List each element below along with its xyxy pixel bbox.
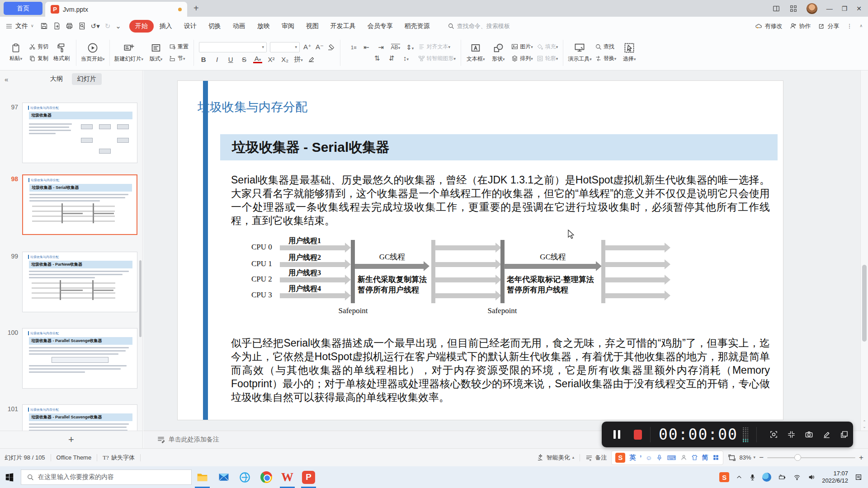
tray-volume-icon[interactable] (807, 474, 816, 481)
vertical-scrollbar[interactable]: ⌃⌄ (860, 70, 868, 431)
highlight-icon[interactable] (307, 56, 315, 63)
decrease-indent-button[interactable]: ⇤ (362, 43, 371, 52)
tray-microphone-icon[interactable] (749, 474, 756, 481)
minimize-button[interactable]: — (826, 5, 833, 12)
tab-home[interactable]: 开始 (129, 20, 154, 33)
ime-keyboard-icon[interactable]: ⌨ (667, 454, 676, 461)
pause-recording-button[interactable] (613, 430, 620, 439)
select-button[interactable]: 选择▾ (618, 42, 641, 63)
print-preview-icon[interactable] (78, 22, 86, 30)
command-search[interactable]: 查找命令、搜索模板 (448, 22, 510, 30)
current-slide[interactable]: 垃圾收集与内存分配 垃圾收集器 - Serial收集器 Serial收集器是最基… (177, 80, 783, 420)
convert-smartart-button[interactable]: 转智能图形▾ (418, 55, 456, 62)
font-color-button[interactable]: A▾ (253, 56, 262, 63)
camera-icon[interactable] (805, 429, 813, 440)
vertical-spacing-button[interactable]: ↕▾ (401, 54, 410, 62)
undo-button[interactable]: ↺▾ (91, 22, 100, 30)
presentation-tools-button[interactable]: 演示工具▾ (566, 42, 593, 63)
tab-member[interactable]: 会员专享 (362, 20, 399, 33)
ime-punctuation-icon[interactable]: ’ (640, 454, 642, 461)
zoom-slider[interactable] (767, 457, 855, 458)
taskbar-wps-writer[interactable]: W (277, 466, 298, 488)
picture-button[interactable]: 图片▾ (511, 43, 533, 51)
font-size-select[interactable]: ▾ (270, 42, 300, 52)
start-button[interactable] (5, 472, 14, 482)
paste-button[interactable]: 粘贴▾ (5, 43, 27, 62)
new-slide-button[interactable]: 新建幻灯片▾ (113, 42, 145, 63)
ime-language-toggle[interactable]: 英 (629, 454, 636, 462)
text-direction-button[interactable]: AB▾ (391, 44, 400, 51)
zoom-slider-handle[interactable] (794, 454, 801, 461)
strikethrough-button[interactable]: S (240, 56, 249, 63)
superscript-button[interactable]: X² (267, 56, 276, 63)
apps-grid-icon[interactable] (789, 5, 797, 13)
tab-design[interactable]: 设计 (178, 20, 203, 33)
decrease-font-button[interactable]: A⁻ (315, 43, 324, 51)
line-spacing-button[interactable]: ⇕▾ (406, 43, 415, 52)
underline-button[interactable]: U (226, 56, 235, 63)
clear-format-icon[interactable] (327, 43, 335, 51)
fill-button[interactable]: 填充▾ (537, 43, 558, 51)
redo-button[interactable]: ↻ (105, 22, 111, 30)
tab-insert[interactable]: 插入 (154, 20, 178, 33)
tray-network-app-icon[interactable] (762, 473, 771, 482)
home-tab[interactable]: 首页 (4, 2, 42, 15)
play-from-current-button[interactable]: 当页开始▾ (80, 42, 106, 63)
collaborate-button[interactable]: 协作 (789, 22, 811, 30)
theme-name[interactable]: Office Theme (57, 454, 92, 461)
maximize-button[interactable]: ❐ (842, 5, 848, 12)
zoom-out-button[interactable]: − (759, 453, 764, 462)
taskbar-ie[interactable] (234, 466, 255, 488)
para-spacing-up-button[interactable]: ⇅ (373, 54, 382, 62)
user-avatar[interactable] (807, 3, 817, 14)
tray-clock[interactable]: 17:07 2022/6/12 (822, 470, 848, 484)
tab-review[interactable]: 审阅 (276, 20, 300, 33)
italic-button[interactable]: I (212, 56, 222, 63)
layout-button[interactable]: 版式▾ (145, 42, 167, 63)
save-icon[interactable] (40, 22, 48, 30)
shapes-button[interactable]: 形状▾ (487, 42, 509, 63)
windows-layers-icon[interactable] (840, 429, 849, 440)
minimize-toolbar-icon[interactable] (787, 429, 796, 440)
reset-button[interactable]: 重置 (169, 43, 189, 51)
taskbar-file-explorer[interactable] (192, 466, 213, 488)
find-button[interactable]: 查找 (595, 43, 617, 51)
more-menu-icon[interactable]: ⋮ (846, 23, 852, 29)
font-family-select[interactable]: ▾ (199, 42, 267, 52)
tray-wifi-icon[interactable] (793, 474, 801, 481)
modified-status[interactable]: 有修改 (755, 22, 782, 30)
close-button[interactable]: ✕ (856, 5, 862, 12)
ime-skin-icon[interactable] (691, 454, 698, 461)
tab-view[interactable]: 视图 (300, 20, 325, 33)
taskbar-mail[interactable] (213, 466, 234, 488)
ime-simplified-toggle[interactable]: 简 (702, 454, 708, 462)
increase-indent-button[interactable]: ⇥ (377, 43, 386, 52)
ime-voice-icon[interactable] (656, 454, 663, 461)
increase-font-button[interactable]: A⁺ (303, 43, 312, 51)
taskbar-chrome[interactable] (255, 466, 277, 488)
zoom-in-button[interactable]: + (859, 453, 863, 462)
align-text-button[interactable]: 对齐文本▾ (418, 43, 456, 51)
tab-resources[interactable]: 稻壳资源 (399, 20, 436, 33)
format-painter-button[interactable]: 格式刷 (50, 43, 73, 62)
ime-toolbox-icon[interactable] (712, 454, 719, 461)
split-window-icon[interactable] (772, 5, 780, 13)
missing-font-warning[interactable]: T? 缺失字体 (103, 454, 135, 462)
notification-center-icon[interactable] (854, 473, 863, 481)
subscript-button[interactable]: X₂ (280, 56, 289, 63)
add-slide-button[interactable]: + (68, 434, 74, 446)
para-spacing-down-button[interactable]: ⇵ (387, 54, 396, 62)
phonetic-guide-button[interactable]: 拼▾ (294, 55, 303, 64)
scroll-thumb[interactable] (862, 265, 867, 342)
fit-slide-icon[interactable] (728, 454, 736, 462)
file-menu[interactable]: 文件∨ (5, 22, 34, 30)
taskbar-wps-presentation[interactable]: P (298, 466, 319, 488)
outline-button[interactable]: 轮廓▾ (537, 55, 558, 62)
arrange-button[interactable]: 排列▾ (511, 55, 533, 62)
panel-scrollbar[interactable] (139, 260, 142, 337)
region-capture-icon[interactable] (769, 429, 778, 440)
collapse-panel-button[interactable]: « (5, 75, 8, 83)
slides-tab[interactable]: 幻灯片 (72, 73, 102, 85)
new-tab-button[interactable]: + (193, 3, 199, 14)
smart-beautify-button[interactable]: 智能美化 ▴ (537, 454, 575, 462)
